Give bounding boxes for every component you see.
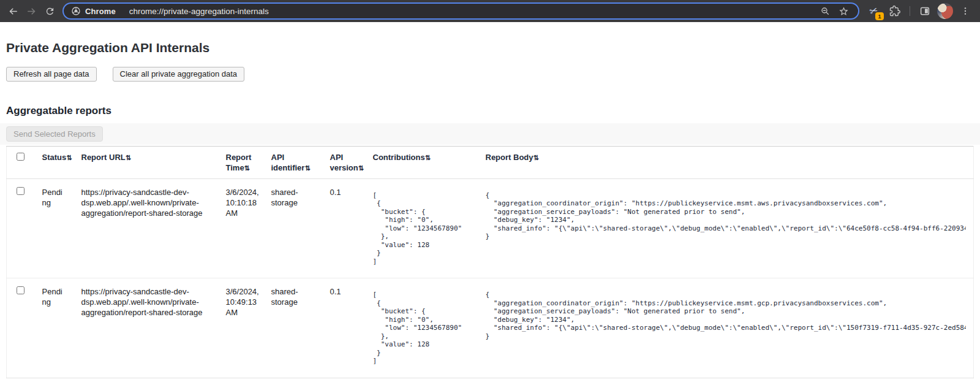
header-report-url[interactable]: Report URL⇅ xyxy=(74,147,219,179)
contributions-cell: [ { "bucket": { "high": "0", "low": "123… xyxy=(366,178,478,278)
report-body-cell: { "aggregation_coordinator_origin": "htt… xyxy=(478,278,974,378)
header-status[interactable]: Status⇅ xyxy=(35,147,74,179)
sort-icon: ⇅ xyxy=(425,154,431,161)
reports-section-heading: Aggregatable reports xyxy=(6,105,980,117)
page-actions: Refresh all page data Clear all private … xyxy=(6,67,980,82)
refresh-all-button[interactable]: Refresh all page data xyxy=(6,67,97,82)
status-cell: Pending xyxy=(35,178,74,278)
api-version-cell: 0.1 xyxy=(323,278,366,378)
table-row: Pending https://privacy-sandcastle-dev-d… xyxy=(7,178,974,278)
api-identifier-cell: shared-storage xyxy=(264,278,323,378)
page-content: Private Aggregation API Internals Refres… xyxy=(0,40,980,378)
contributions-json: [ { "bucket": { "high": "0", "low": "123… xyxy=(373,291,471,365)
clear-data-button[interactable]: Clear all private aggregation data xyxy=(113,67,245,82)
omnibox[interactable]: Chrome chrome://private-aggregation-inte… xyxy=(62,2,859,20)
row-checkbox[interactable] xyxy=(17,187,24,195)
header-api-version[interactable]: API version⇅ xyxy=(323,147,366,179)
report-body-json: { "aggregation_coordinator_origin": "htt… xyxy=(486,191,967,241)
header-contributions[interactable]: Contributions⇅ xyxy=(366,147,478,179)
browser-toolbar: Chrome chrome://private-aggregation-inte… xyxy=(0,0,980,22)
scissors-extension-button[interactable]: ✂ 1 xyxy=(865,2,883,20)
send-reports-bar: Send Selected Reports xyxy=(0,123,980,145)
sort-icon: ⇅ xyxy=(126,154,131,161)
aggregatable-reports-table: Status⇅ Report URL⇅ Report Time⇅ API ide… xyxy=(6,146,974,378)
profile-avatar[interactable] xyxy=(937,3,953,19)
api-version-cell: 0.1 xyxy=(323,178,366,278)
row-checkbox[interactable] xyxy=(17,286,24,294)
report-url-cell: https://privacy-sandcastle-dev-dsp.web.a… xyxy=(74,178,219,278)
side-panel-button[interactable] xyxy=(916,2,933,20)
table-row: Pending https://privacy-sandcastle-dev-d… xyxy=(7,278,974,378)
status-cell: Pending xyxy=(35,278,74,378)
back-arrow-icon xyxy=(8,6,18,17)
report-body-json: { "aggregation_coordinator_origin": "htt… xyxy=(486,291,967,340)
back-button[interactable] xyxy=(4,2,22,20)
select-all-checkbox[interactable] xyxy=(17,153,24,161)
contributions-json: [ { "bucket": { "high": "0", "low": "123… xyxy=(373,191,471,266)
sort-icon: ⇅ xyxy=(66,154,72,161)
report-body-cell: { "aggregation_coordinator_origin": "htt… xyxy=(478,178,974,278)
site-chip-label: Chrome xyxy=(85,7,116,16)
report-time-cell: 3/6/2024, 10:49:13 AM xyxy=(219,278,264,378)
contributions-cell: [ { "bucket": { "high": "0", "low": "123… xyxy=(366,278,478,378)
api-identifier-cell: shared-storage xyxy=(264,178,323,278)
extensions-button[interactable] xyxy=(886,2,903,20)
report-time-cell: 3/6/2024, 10:10:18 AM xyxy=(219,178,264,278)
chrome-logo-icon xyxy=(71,6,81,16)
zoom-icon[interactable] xyxy=(818,4,832,18)
reload-icon xyxy=(45,6,55,17)
sort-icon: ⇅ xyxy=(533,154,539,161)
page-title: Private Aggregation API Internals xyxy=(6,40,980,55)
send-selected-reports-button[interactable]: Send Selected Reports xyxy=(6,126,103,142)
bookmark-star-icon[interactable] xyxy=(836,4,851,18)
report-url-cell: https://privacy-sandcastle-dev-dsp.web.a… xyxy=(74,278,219,378)
reload-button[interactable] xyxy=(40,2,59,20)
table-header-row: Status⇅ Report URL⇅ Report Time⇅ API ide… xyxy=(7,147,974,179)
header-report-time[interactable]: Report Time⇅ xyxy=(219,147,264,179)
toolbar-divider xyxy=(910,6,910,16)
extension-badge: 1 xyxy=(875,12,884,20)
puzzle-icon xyxy=(889,6,900,17)
forward-button xyxy=(22,2,40,20)
toolbar-actions: ✂ 1 xyxy=(865,2,974,20)
url-text[interactable]: chrome://private-aggregation-internals xyxy=(129,7,814,16)
kebab-menu-icon xyxy=(960,6,970,16)
sort-icon: ⇅ xyxy=(304,164,310,172)
forward-arrow-icon xyxy=(26,6,37,17)
header-report-body[interactable]: Report Body⇅ xyxy=(478,147,974,179)
sort-icon: ⇅ xyxy=(244,164,250,172)
sort-icon: ⇅ xyxy=(358,164,364,172)
header-api-identifier[interactable]: API identifier⇅ xyxy=(264,147,323,179)
site-chip: Chrome xyxy=(71,6,116,16)
browser-menu-button[interactable] xyxy=(957,2,974,20)
side-panel-icon xyxy=(919,6,930,17)
